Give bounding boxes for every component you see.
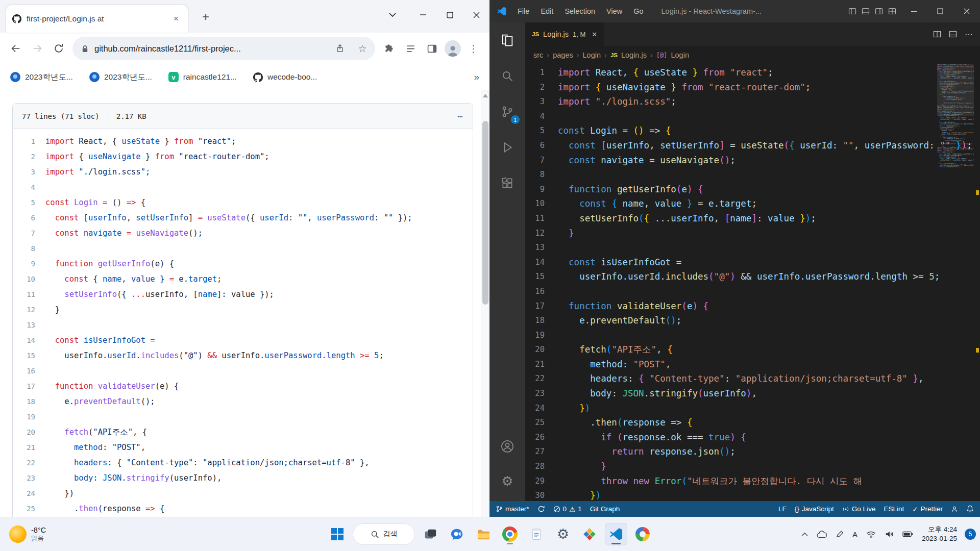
notifications-bell-icon[interactable] bbox=[966, 505, 974, 513]
search-box[interactable]: 검색 bbox=[353, 523, 415, 545]
vscode-minimize-button[interactable] bbox=[900, 0, 927, 22]
source-control-icon[interactable]: 1 bbox=[489, 94, 525, 130]
back-button[interactable] bbox=[5, 38, 27, 59]
maximize-button[interactable] bbox=[436, 0, 463, 30]
prettier-label: Prettier bbox=[920, 505, 943, 513]
vscode-icon[interactable] bbox=[605, 523, 627, 545]
bookmark-item[interactable]: v raincastle121... bbox=[168, 72, 237, 82]
editor-tab-loginjs[interactable]: JS Login.js 1, M ✕ bbox=[525, 22, 604, 46]
settings-icon[interactable]: ⚙ bbox=[552, 523, 574, 545]
toggle-panel-icon[interactable] bbox=[862, 7, 870, 15]
vscode-title-bar: File Edit Selection View Go Login.js - R… bbox=[489, 0, 980, 22]
notepad-icon[interactable] bbox=[525, 523, 548, 545]
task-view-button[interactable] bbox=[419, 523, 442, 545]
bookmark-item[interactable]: wecode-boo... bbox=[253, 72, 317, 82]
feedback-icon[interactable] bbox=[951, 506, 958, 513]
menu-file[interactable]: File bbox=[512, 4, 535, 18]
file-actions-icon[interactable]: ⋯ bbox=[457, 111, 463, 121]
prettier-item[interactable]: ✓ Prettier bbox=[912, 505, 943, 513]
language-item[interactable]: {} JavaScript bbox=[795, 505, 834, 513]
share-icon[interactable] bbox=[331, 40, 349, 57]
extensions-puzzle-icon[interactable] bbox=[378, 38, 400, 59]
photos-icon[interactable] bbox=[578, 523, 601, 545]
volume-icon[interactable] bbox=[881, 524, 897, 544]
profile-avatar[interactable] bbox=[445, 40, 461, 57]
clock[interactable]: 오후 4:24 2023-01-25 bbox=[918, 525, 961, 543]
tab-label: Login.js bbox=[543, 30, 569, 38]
editor-layout-icon[interactable] bbox=[949, 30, 957, 38]
bookmark-item[interactable]: 2023학년도... bbox=[10, 72, 73, 83]
url-text[interactable]: github.com/raincastle1211/first-projec..… bbox=[94, 44, 326, 54]
new-tab-button[interactable]: + bbox=[197, 8, 214, 26]
crumb-login-dir[interactable]: Login bbox=[583, 51, 601, 59]
check-icon: ✓ bbox=[912, 505, 918, 513]
go-live-item[interactable]: Go Live bbox=[842, 505, 876, 513]
bookmark-item[interactable]: 2023학년도... bbox=[89, 72, 152, 83]
forward-button[interactable] bbox=[27, 38, 48, 59]
lock-icon[interactable] bbox=[81, 44, 89, 53]
scrollbar-up-arrow[interactable] bbox=[483, 94, 488, 97]
split-editor-icon[interactable] bbox=[933, 30, 941, 38]
close-button[interactable] bbox=[463, 0, 489, 30]
minimize-button[interactable] bbox=[410, 0, 436, 30]
crumb-src[interactable]: src bbox=[533, 51, 543, 59]
menu-go[interactable]: Go bbox=[628, 4, 649, 18]
eslint-item[interactable]: ESLint bbox=[884, 505, 904, 513]
customize-layout-icon[interactable] bbox=[888, 7, 896, 15]
scrollbar-thumb[interactable] bbox=[482, 121, 488, 305]
weather-widget[interactable]: -8°C 맑음 bbox=[5, 517, 50, 551]
chat-icon[interactable] bbox=[446, 523, 468, 545]
eol-item[interactable]: LF bbox=[778, 505, 787, 513]
menu-view[interactable]: View bbox=[601, 4, 628, 18]
chrome-menu-icon[interactable]: ⋮ bbox=[463, 38, 484, 59]
crumb-pages[interactable]: pages bbox=[553, 51, 573, 59]
tab-search-chevron-icon[interactable] bbox=[382, 0, 403, 30]
github-code[interactable]: 1import React, { useState } from "react"… bbox=[13, 129, 473, 517]
browser-scrollbar[interactable] bbox=[481, 90, 489, 517]
menu-selection[interactable]: Selection bbox=[559, 4, 601, 18]
explorer-icon[interactable] bbox=[489, 22, 525, 58]
account-icon[interactable] bbox=[489, 429, 525, 464]
side-panel-icon[interactable] bbox=[421, 38, 443, 59]
language-label: JavaScript bbox=[802, 505, 834, 513]
tab-close-icon[interactable]: ✕ bbox=[592, 31, 597, 38]
editor-tab-bar: JS Login.js 1, M ✕ ⋯ bbox=[525, 22, 980, 46]
problems-item[interactable]: 0 ⚠ 1 bbox=[553, 505, 582, 513]
toggle-secondary-sidebar-icon[interactable] bbox=[875, 7, 883, 15]
crumb-login-symbol[interactable]: Login bbox=[671, 51, 689, 59]
vscode-maximize-button[interactable] bbox=[927, 0, 953, 22]
crumb-loginjs[interactable]: Login.js bbox=[621, 51, 647, 59]
misc-app-icon[interactable] bbox=[631, 523, 654, 545]
vscode-close-button[interactable] bbox=[953, 0, 980, 22]
chrome-icon[interactable] bbox=[499, 523, 521, 545]
more-actions-icon[interactable]: ⋯ bbox=[965, 30, 973, 39]
code-editor[interactable]: 1import React, { useState } from "react"… bbox=[525, 64, 980, 501]
onedrive-cloud-icon[interactable] bbox=[813, 524, 830, 544]
reading-list-icon[interactable] bbox=[400, 38, 421, 59]
toggle-sidebar-icon[interactable] bbox=[848, 7, 856, 15]
git-graph-item[interactable]: Git Graph bbox=[590, 505, 620, 513]
run-debug-icon[interactable] bbox=[489, 130, 525, 165]
bookmarks-overflow-icon[interactable]: » bbox=[474, 71, 479, 83]
battery-icon[interactable] bbox=[899, 524, 916, 544]
browser-tab[interactable]: first-project/Login.js at × bbox=[6, 5, 188, 33]
start-button[interactable] bbox=[326, 523, 349, 545]
file-explorer-icon[interactable] bbox=[472, 523, 495, 545]
settings-gear-icon[interactable]: ⚙ bbox=[489, 463, 525, 499]
reload-button[interactable] bbox=[48, 38, 69, 59]
bookmark-star-icon[interactable]: ☆ bbox=[354, 40, 371, 57]
search-icon[interactable] bbox=[489, 58, 525, 94]
extensions-icon[interactable] bbox=[489, 165, 525, 201]
address-bar[interactable]: github.com/raincastle1211/first-projec..… bbox=[72, 37, 375, 60]
notification-count-badge[interactable]: 5 bbox=[965, 529, 976, 540]
sync-changes-item[interactable] bbox=[537, 505, 545, 513]
source-control-badge: 1 bbox=[511, 115, 520, 124]
wifi-icon[interactable] bbox=[863, 524, 879, 544]
minimap-slider[interactable] bbox=[937, 64, 974, 116]
hidden-icons-chevron[interactable] bbox=[798, 524, 812, 544]
tab-close-icon[interactable]: × bbox=[170, 13, 182, 24]
pen-icon[interactable] bbox=[832, 524, 847, 544]
ime-indicator[interactable]: A bbox=[849, 524, 861, 544]
git-branch-item[interactable]: master* bbox=[496, 505, 529, 513]
menu-edit[interactable]: Edit bbox=[535, 4, 559, 18]
